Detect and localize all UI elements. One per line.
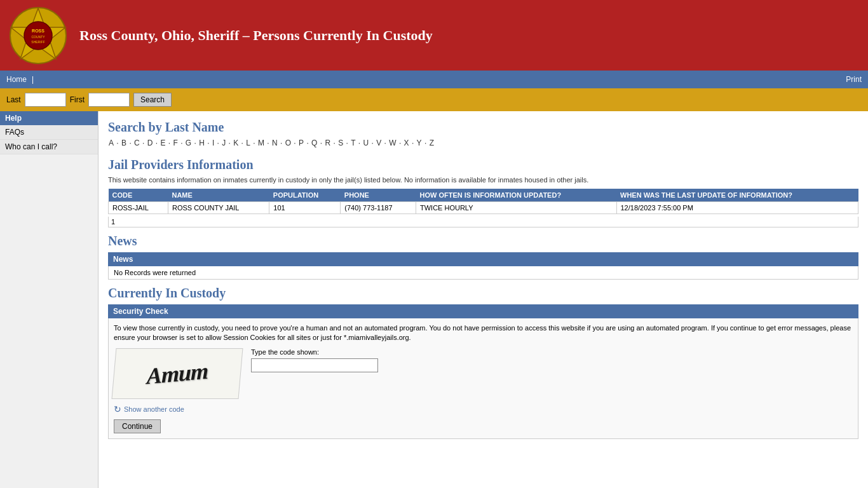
cell-update-freq: TWICE HOURLY (416, 202, 616, 214)
alpha-x[interactable]: X (403, 139, 410, 147)
cell-last-update: 12/18/2023 7:55:00 PM (616, 202, 858, 214)
col-phone: PHONE (341, 189, 416, 202)
jail-providers-description: This website contains information on inm… (108, 176, 858, 184)
alpha-s[interactable]: S (337, 139, 344, 147)
alpha-v[interactable]: V (376, 139, 382, 147)
captcha-right: Type the code shown: (251, 348, 378, 372)
main-wrapper: Help FAQs Who can I call? Search by Last… (0, 111, 868, 488)
svg-text:ROSS: ROSS (32, 29, 44, 33)
security-check-text: To view those currently in custody, you … (114, 323, 853, 343)
alpha-y[interactable]: Y (416, 139, 423, 147)
alpha-b[interactable]: B (121, 139, 127, 147)
alpha-i[interactable]: I (212, 139, 215, 147)
news-header-bar: News (108, 252, 858, 266)
sidebar-item-faqs[interactable]: FAQs (0, 125, 98, 140)
alpha-d[interactable]: D (147, 139, 154, 147)
search-by-last-name-section: Search by Last Name A · B · C · D · E · … (108, 120, 858, 147)
alpha-u[interactable]: U (363, 139, 370, 147)
col-last-update: WHEN WAS THE LAST UPDATE OF INFORMATION? (616, 189, 858, 202)
captcha-image: Amum (112, 348, 243, 399)
alpha-f[interactable]: F (172, 139, 178, 147)
who-can-i-call-link[interactable]: Who can I call? (5, 142, 57, 151)
alpha-r[interactable]: R (324, 139, 331, 147)
navigation-bar: Home | Print (0, 71, 868, 88)
col-name: NAME (168, 189, 269, 202)
print-link[interactable]: Print (846, 75, 862, 84)
sheriff-badge-logo: ROSS COUNTY SHERIFF (6, 5, 70, 65)
custody-title: Currently In Custody (108, 286, 858, 301)
alpha-g[interactable]: G (185, 139, 192, 147)
sidebar-help-header: Help (0, 111, 98, 125)
cell-phone: (740) 773-1187 (341, 202, 416, 214)
alpha-j[interactable]: J (221, 139, 226, 147)
cell-code: ROSS-JAIL (109, 202, 168, 214)
alpha-w[interactable]: W (388, 139, 397, 147)
show-another-code-link[interactable]: Show another code (124, 405, 184, 413)
captcha-label: Type the code shown: (251, 348, 378, 356)
captcha-text: Amum (147, 358, 208, 390)
col-population: POPULATION (269, 189, 341, 202)
jail-providers-title: Jail Providers Information (108, 158, 858, 172)
home-link[interactable]: Home (6, 75, 27, 84)
custody-section: Currently In Custody Security Check To v… (108, 286, 858, 439)
alpha-e[interactable]: E (159, 139, 166, 147)
col-update-freq: HOW OFTEN IS INFORMATION UPDATED? (416, 189, 616, 202)
news-section: News News No Records were returned (108, 234, 858, 280)
table-row: ROSS-JAIL ROSS COUNTY JAIL 101 (740) 773… (109, 202, 858, 214)
alpha-o[interactable]: O (285, 139, 292, 147)
navbar-divider: | (32, 75, 34, 84)
cell-population: 101 (269, 202, 341, 214)
alpha-t[interactable]: T (350, 139, 356, 147)
search-bar: Last First Search (0, 88, 868, 111)
news-body: No Records were returned (108, 266, 858, 280)
col-code: CODE (109, 189, 168, 202)
show-code-row: ↻ Show another code (114, 404, 853, 414)
page-header: ROSS COUNTY SHERIFF Ross County, Ohio, S… (0, 0, 868, 71)
refresh-icon[interactable]: ↻ (114, 404, 121, 414)
last-name-input[interactable] (25, 93, 66, 107)
navbar-left: Home | (6, 75, 34, 84)
search-by-last-name-title: Search by Last Name (108, 120, 858, 135)
jail-providers-section: Jail Providers Information This website … (108, 158, 858, 227)
first-label: First (70, 95, 85, 104)
alpha-h[interactable]: H (198, 139, 205, 147)
sidebar-item-who-can-i-call[interactable]: Who can I call? (0, 140, 98, 154)
alpha-q[interactable]: Q (311, 139, 318, 147)
continue-button[interactable]: Continue (114, 419, 161, 433)
alpha-z[interactable]: Z (429, 139, 435, 147)
captcha-input[interactable] (251, 358, 378, 372)
alpha-n[interactable]: N (271, 139, 278, 147)
svg-text:SHERIFF: SHERIFF (31, 40, 44, 44)
captcha-row: Amum Type the code shown: (114, 348, 853, 399)
news-title: News (108, 234, 858, 248)
alphabet-links: A · B · C · D · E · F · G · H · I · J · … (108, 139, 858, 147)
alpha-l[interactable]: L (245, 139, 251, 147)
alpha-k[interactable]: K (233, 139, 239, 147)
security-check-header: Security Check (108, 304, 858, 318)
cell-name: ROSS COUNTY JAIL (168, 202, 269, 214)
search-button[interactable]: Search (133, 93, 172, 107)
main-content: Search by Last Name A · B · C · D · E · … (98, 111, 868, 488)
alpha-m[interactable]: M (257, 139, 265, 147)
svg-text:COUNTY: COUNTY (31, 35, 45, 39)
last-label: Last (6, 95, 21, 104)
faqs-link[interactable]: FAQs (5, 128, 24, 137)
alpha-p[interactable]: P (298, 139, 304, 147)
alpha-c[interactable]: C (133, 139, 140, 147)
first-name-input[interactable] (88, 93, 130, 107)
security-check-body: To view those currently in custody, you … (108, 318, 858, 439)
sidebar: Help FAQs Who can I call? (0, 111, 98, 488)
alpha-a[interactable]: A (108, 139, 114, 147)
page-title: Ross County, Ohio, Sheriff – Persons Cur… (79, 27, 433, 44)
jail-providers-table: CODE NAME POPULATION PHONE HOW OFTEN IS … (108, 189, 858, 214)
table-footer: 1 (108, 217, 858, 227)
